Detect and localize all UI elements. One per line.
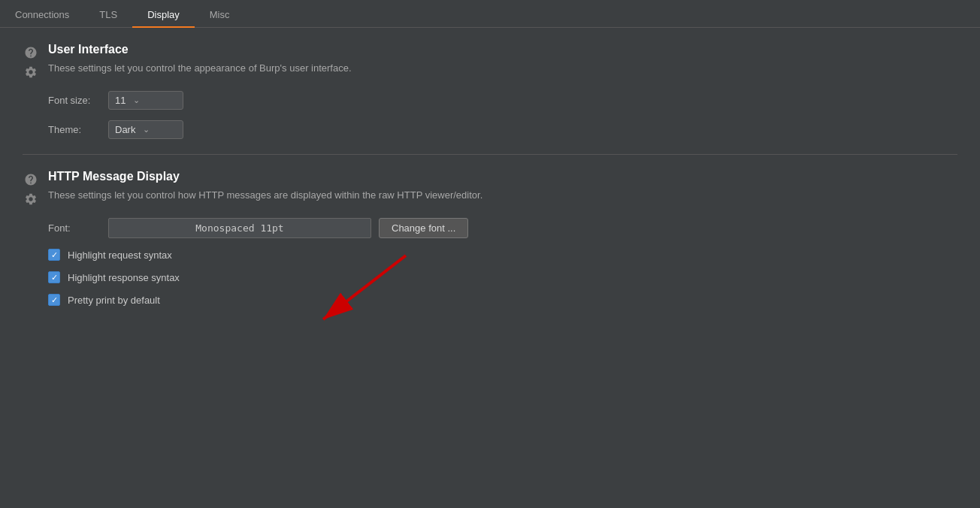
- section-divider: [23, 154, 957, 155]
- http-message-display-section: HTTP Message Display These settings let …: [23, 170, 957, 306]
- http-gear-icon: [23, 191, 39, 207]
- pretty-print-row: ✓ Pretty print by default: [48, 294, 957, 306]
- tab-misc[interactable]: Misc: [195, 3, 245, 28]
- tab-connections[interactable]: Connections: [0, 3, 84, 28]
- highlight-request-row: ✓ Highlight request syntax: [48, 249, 957, 261]
- theme-label: Theme:: [48, 124, 101, 135]
- section-icons-http: [23, 171, 39, 207]
- font-value-input[interactable]: [108, 218, 371, 238]
- checkmark-icon-2: ✓: [51, 274, 58, 282]
- http-question-icon: [23, 171, 39, 188]
- highlight-request-label: Highlight request syntax: [68, 249, 172, 261]
- font-size-arrow-icon: ⌄: [133, 95, 140, 105]
- highlight-response-row: ✓ Highlight response syntax: [48, 271, 957, 283]
- highlight-response-label: Highlight response syntax: [68, 272, 180, 283]
- pretty-print-label: Pretty print by default: [68, 295, 160, 306]
- font-size-label: Font size:: [48, 95, 101, 106]
- tab-tls[interactable]: TLS: [84, 3, 132, 28]
- theme-arrow-icon: ⌄: [143, 125, 150, 135]
- font-label: Font:: [48, 222, 101, 234]
- font-size-value: 11: [115, 95, 126, 106]
- theme-row: Theme: Dark ⌄: [48, 120, 957, 139]
- change-font-button[interactable]: Change font ...: [379, 218, 468, 238]
- checkmark-icon-3: ✓: [51, 296, 58, 304]
- tab-display[interactable]: Display: [132, 3, 195, 28]
- checkmark-icon: ✓: [51, 251, 58, 259]
- content-area: User Interface These settings let you co…: [0, 28, 980, 328]
- highlight-response-checkbox[interactable]: ✓: [48, 271, 60, 283]
- theme-value: Dark: [115, 124, 135, 135]
- http-section-desc: These settings let you control how HTTP …: [48, 188, 957, 203]
- font-row: Font: Change font ...: [48, 218, 957, 238]
- ui-section-title-block: User Interface These settings let you co…: [48, 43, 957, 76]
- ui-section-desc: These settings let you control the appea…: [48, 61, 957, 76]
- pretty-print-checkbox[interactable]: ✓: [48, 294, 60, 306]
- section-header-http: HTTP Message Display These settings let …: [23, 170, 957, 207]
- http-section-title-block: HTTP Message Display These settings let …: [48, 170, 957, 203]
- user-interface-section: User Interface These settings let you co…: [23, 43, 957, 139]
- http-section-title: HTTP Message Display: [48, 170, 957, 183]
- theme-select[interactable]: Dark ⌄: [108, 120, 183, 139]
- ui-section-title: User Interface: [48, 43, 957, 56]
- font-size-select[interactable]: 11 ⌄: [108, 91, 183, 110]
- tab-bar: Connections TLS Display Misc: [0, 0, 980, 28]
- gear-icon: [23, 64, 39, 80]
- section-icons-ui: [23, 44, 39, 80]
- font-size-row: Font size: 11 ⌄: [48, 91, 957, 110]
- section-header-ui: User Interface These settings let you co…: [23, 43, 957, 80]
- question-icon: [23, 44, 39, 61]
- highlight-request-checkbox[interactable]: ✓: [48, 249, 60, 261]
